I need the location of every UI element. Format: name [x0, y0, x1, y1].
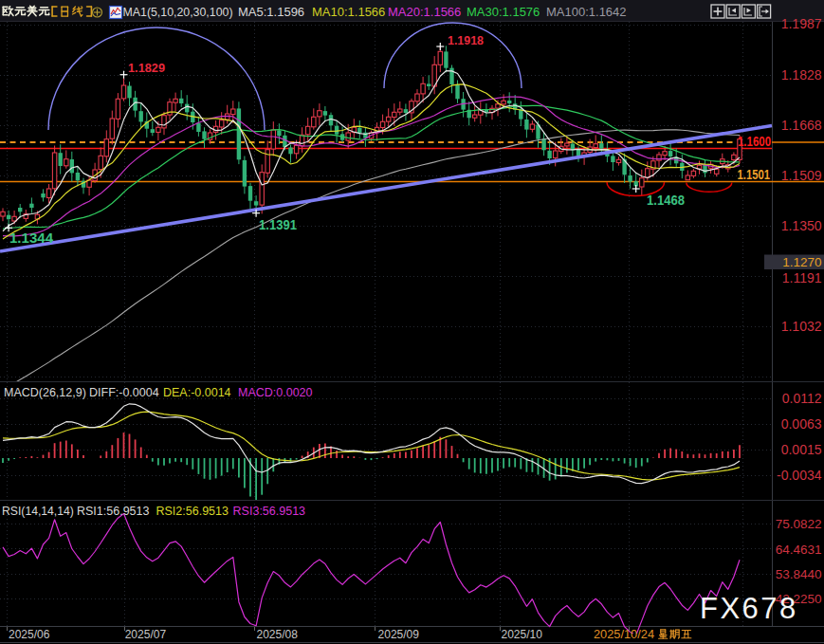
svg-text:0.0112: 0.0112 — [782, 391, 822, 406]
svg-text:RSI2:56.9513: RSI2:56.9513 — [156, 505, 229, 518]
svg-text:MACD:0.0020: MACD:0.0020 — [238, 386, 313, 399]
svg-text:0.0063: 0.0063 — [781, 416, 822, 432]
svg-text:1.1191: 1.1191 — [782, 270, 822, 285]
svg-text:1.1987: 1.1987 — [781, 16, 822, 31]
svg-text:MA5:1.1596: MA5:1.1596 — [238, 5, 304, 19]
svg-text:MA100:1.1642: MA100:1.1642 — [546, 5, 627, 19]
svg-text:0.0015: 0.0015 — [781, 442, 822, 457]
svg-text:53.8440: 53.8440 — [776, 567, 822, 581]
svg-text:1.1668: 1.1668 — [781, 118, 822, 133]
svg-text:75.0822: 75.0822 — [776, 517, 822, 531]
svg-text:1.1468: 1.1468 — [647, 193, 685, 208]
svg-text:2025/09: 2025/09 — [378, 628, 420, 641]
svg-text:64.4631: 64.4631 — [776, 543, 822, 557]
svg-text:RSI(14,14,14): RSI(14,14,14) — [2, 505, 74, 518]
svg-text:1.1501: 1.1501 — [738, 167, 771, 182]
svg-text:2025/10: 2025/10 — [502, 628, 543, 641]
svg-text:1.1270: 1.1270 — [782, 255, 821, 269]
svg-text:1.1600: 1.1600 — [738, 134, 771, 149]
svg-text:2025/06: 2025/06 — [9, 628, 50, 641]
svg-text:2025/10/24: 2025/10/24 — [594, 628, 654, 641]
svg-text:MACD(26,12,9): MACD(26,12,9) — [4, 386, 86, 399]
svg-text:1.1391: 1.1391 — [259, 217, 297, 232]
svg-text:2025/08: 2025/08 — [257, 628, 299, 641]
svg-text:MA20:1.1566: MA20:1.1566 — [388, 5, 461, 19]
svg-text:FX678: FX678 — [700, 592, 798, 625]
svg-text:MA30:1.1576: MA30:1.1576 — [467, 5, 540, 19]
svg-text:1.1344: 1.1344 — [9, 230, 53, 246]
svg-text:1.1918: 1.1918 — [448, 33, 484, 47]
svg-text:1.1829: 1.1829 — [128, 61, 165, 75]
svg-text:-0.0034: -0.0034 — [777, 468, 822, 483]
svg-text:1.1032: 1.1032 — [781, 319, 822, 334]
svg-text:2025/07: 2025/07 — [125, 628, 167, 641]
svg-text:DIFF:-0.0004: DIFF:-0.0004 — [89, 386, 159, 399]
svg-text:DEA:-0.0014: DEA:-0.0014 — [163, 386, 231, 399]
svg-text:1.1350: 1.1350 — [781, 218, 822, 233]
svg-text:MA10:1.1566: MA10:1.1566 — [312, 5, 385, 19]
svg-text:RSI1:56.9513: RSI1:56.9513 — [77, 505, 149, 518]
svg-text:RSI3:56.9513: RSI3:56.9513 — [233, 505, 305, 518]
svg-text:1.1509: 1.1509 — [781, 168, 822, 183]
svg-text:1.1828: 1.1828 — [781, 67, 822, 83]
svg-text:MA1(5,10,20,30,100): MA1(5,10,20,30,100) — [123, 5, 233, 19]
